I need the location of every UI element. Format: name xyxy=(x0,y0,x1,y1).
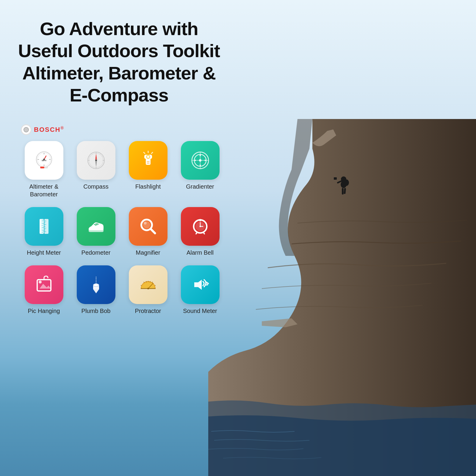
app-icon-flashlight xyxy=(129,141,167,180)
svg-line-95 xyxy=(150,281,150,282)
app-item-gradienter[interactable]: Gradienter xyxy=(177,141,223,198)
app-item-magnifier[interactable]: Magnifier xyxy=(125,207,171,256)
app-icon-pedometer xyxy=(77,207,115,246)
app-icon-sound-meter xyxy=(181,265,220,304)
app-icon-pic-hanging xyxy=(25,265,63,304)
app-label-magnifier: Magnifier xyxy=(136,249,160,256)
compass-icon xyxy=(86,150,107,171)
app-label-pic-hanging: Pic Hanging xyxy=(28,307,60,315)
sound-meter-icon xyxy=(190,274,211,295)
svg-point-15 xyxy=(43,159,45,160)
app-label-altimeter: Altimeter &Barometer xyxy=(29,183,59,198)
svg-marker-100 xyxy=(194,280,202,290)
app-item-sound-meter[interactable]: Sound Meter xyxy=(177,265,223,315)
app-item-flashlight[interactable]: Flashlight xyxy=(125,141,171,198)
app-label-flashlight: Flashlight xyxy=(135,183,161,190)
app-label-height-meter: Height Meter xyxy=(27,249,61,256)
app-label-alarm-bell: Alarm Bell xyxy=(187,249,214,256)
svg-point-80 xyxy=(199,219,201,221)
svg-rect-6 xyxy=(334,177,337,180)
app-item-alarm-bell[interactable]: Alarm Bell xyxy=(177,207,223,256)
app-icon-compass xyxy=(77,141,115,180)
cliff-illustration xyxy=(208,119,476,476)
app-label-plumb-bob: Plumb Bob xyxy=(82,307,111,315)
svg-rect-39 xyxy=(147,163,150,164)
app-label-pedometer: Pedometer xyxy=(82,249,111,256)
app-icon-height-meter xyxy=(25,207,63,246)
height-meter-icon xyxy=(34,216,54,237)
svg-point-2 xyxy=(344,179,349,186)
app-label-gradienter: Gradienter xyxy=(186,183,214,190)
bosch-brand-text: BOSCH® xyxy=(34,126,64,134)
content-area: Go Adventure with Useful Outdoors Toolki… xyxy=(0,0,238,476)
app-item-height-meter[interactable]: Height Meter xyxy=(21,207,67,256)
altimeter-icon: MPH xyxy=(34,150,54,171)
app-label-compass: Compass xyxy=(83,183,108,190)
gradienter-icon xyxy=(190,150,211,171)
svg-line-37 xyxy=(151,152,153,154)
flashlight-icon xyxy=(138,150,159,171)
svg-marker-28 xyxy=(95,154,97,160)
headline-section: Go Adventure with Useful Outdoors Toolki… xyxy=(18,18,220,107)
protractor-icon xyxy=(138,274,159,295)
app-item-pic-hanging[interactable]: Pic Hanging xyxy=(21,265,67,315)
app-item-altimeter[interactable]: MPH Altimeter &Barometer xyxy=(21,141,67,198)
svg-line-96 xyxy=(146,281,146,282)
svg-marker-88 xyxy=(93,289,99,293)
pedometer-icon xyxy=(86,216,107,237)
svg-point-72 xyxy=(144,222,147,225)
app-icon-protractor xyxy=(129,265,167,304)
svg-line-71 xyxy=(151,229,155,233)
svg-point-34 xyxy=(147,156,149,158)
alarm-bell-icon xyxy=(190,216,211,237)
svg-point-30 xyxy=(95,159,97,161)
svg-rect-3 xyxy=(342,188,344,195)
bosch-circle-icon xyxy=(21,124,32,135)
svg-rect-17 xyxy=(40,167,44,168)
app-icon-plumb-bob xyxy=(77,265,115,304)
svg-line-36 xyxy=(144,152,145,154)
app-item-plumb-bob[interactable]: Plumb Bob xyxy=(73,265,119,315)
app-grid: MPH Altimeter &Barometer xyxy=(21,141,220,315)
headline-text: Go Adventure with Useful Outdoors Toolki… xyxy=(18,18,220,107)
svg-point-48 xyxy=(199,159,201,162)
app-item-pedometer[interactable]: Pedometer xyxy=(73,207,119,256)
svg-rect-49 xyxy=(40,219,44,234)
svg-marker-82 xyxy=(40,284,51,289)
app-label-sound-meter: Sound Meter xyxy=(183,307,217,315)
plumb-bob-icon xyxy=(86,274,107,295)
svg-line-94 xyxy=(141,285,142,286)
svg-marker-29 xyxy=(95,160,97,167)
app-item-compass[interactable]: Compass xyxy=(73,141,119,198)
svg-point-79 xyxy=(199,226,201,227)
app-icon-altimeter: MPH xyxy=(25,141,63,180)
app-icon-magnifier xyxy=(129,207,167,246)
svg-line-92 xyxy=(155,285,156,286)
app-icon-gradienter xyxy=(181,141,220,180)
pic-hanging-icon xyxy=(34,274,54,295)
app-label-protractor: Protractor xyxy=(135,307,161,315)
app-item-protractor[interactable]: Protractor xyxy=(125,265,171,315)
magnifier-icon xyxy=(138,216,159,237)
svg-rect-38 xyxy=(147,161,150,162)
svg-point-83 xyxy=(39,281,42,284)
bosch-logo: BOSCH® xyxy=(21,124,220,135)
svg-rect-87 xyxy=(93,285,99,289)
app-icon-alarm-bell xyxy=(181,207,220,246)
bosch-inner-circle xyxy=(24,127,29,132)
